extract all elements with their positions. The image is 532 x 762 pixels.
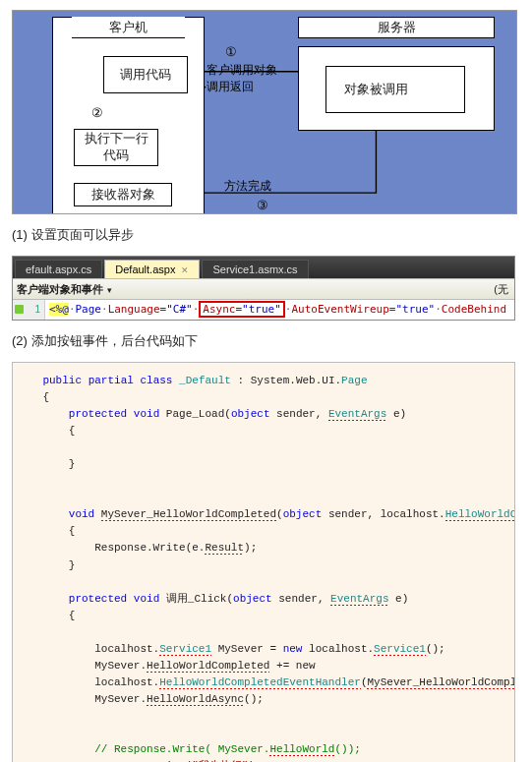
cmt: HelloWorld	[269, 743, 334, 756]
call-code-box: 调用代码	[103, 56, 188, 93]
t: HelloWorldAsync	[147, 693, 244, 706]
kw: object	[283, 508, 323, 520]
member-dropdown-label: (无	[494, 283, 508, 295]
kw: protected	[69, 593, 127, 605]
t: e)	[386, 408, 406, 420]
t: MySever_HelloWorldCompleted	[367, 676, 515, 689]
scope-dropdown-label: 客户端对象和事件	[17, 283, 103, 295]
marker-1: ①	[225, 44, 237, 59]
client-title-text: 客户机	[109, 19, 148, 36]
server-title-box: 服务器	[298, 17, 495, 38]
attr-language: Language=	[108, 303, 167, 316]
marker-2: ②	[91, 105, 103, 120]
object-called-text: 对象被调用	[344, 81, 408, 98]
label-client-call: 客户调用对象	[207, 62, 277, 79]
typ: _Default	[179, 375, 231, 386]
receiver-box: 接收器对象	[74, 183, 172, 206]
caption-2: (2) 添加按钮事件，后台代码如下	[12, 332, 520, 350]
client-title: 客户机	[72, 17, 185, 38]
receiver-text: 接收器对象	[91, 186, 155, 204]
typ: Service1	[159, 643, 211, 656]
ide-code-row: 1 <%@·Page·Language="C#"·Async="true"·Au…	[13, 300, 514, 320]
t: ;	[251, 542, 258, 554]
next-line-text: 执行下一行 代码	[85, 131, 148, 164]
async-highlight-box: Async="true"	[199, 301, 285, 318]
server-title-text: 服务器	[378, 19, 416, 36]
attr-async: Async=	[203, 303, 242, 316]
t: e)	[389, 593, 409, 605]
attr-autoevent: AutoEventWireup=	[291, 303, 395, 316]
architecture-diagram: 客户机 服务器 调用代码 执行下一行 代码 接收器对象 对象被调用 客户调用对象…	[12, 10, 517, 214]
kw-page: Page	[76, 303, 102, 316]
t: += new	[269, 660, 315, 672]
typ: Page	[341, 375, 367, 386]
val-language: "C#"	[166, 303, 193, 316]
tab-default-cs[interactable]: efault.aspx.cs	[15, 260, 102, 278]
t: Result	[205, 542, 244, 555]
kw: partial	[89, 375, 134, 386]
ide-dropdown-bar: 客户端对象和事件▾ (无	[13, 278, 514, 300]
t: ();	[426, 643, 445, 655]
kw: new	[283, 643, 303, 655]
next-line-box: 执行下一行 代码	[74, 129, 158, 166]
typ: HelloWorldCompletedEventArgs	[445, 508, 515, 521]
kw: void	[134, 593, 159, 605]
label-method-done: 方法完成	[224, 178, 271, 195]
kw: class	[140, 375, 172, 386]
tab-service1[interactable]: Service1.asmx.cs	[202, 260, 308, 278]
kw: object	[231, 408, 270, 420]
aspx-directive-line: <%@·Page·Language="C#"·Async="true"·Auto…	[45, 300, 514, 320]
kw: void	[69, 508, 94, 520]
label-call-return: 调用返回	[207, 79, 254, 95]
tab-default-aspx-label: Default.aspx	[115, 264, 175, 275]
marker-3: ③	[257, 198, 268, 212]
d2: ·	[101, 303, 108, 316]
cmt: ());	[334, 743, 360, 755]
val-autoevent: "true"	[395, 303, 435, 316]
typ: HelloWorldCompletedEventHandler	[159, 676, 361, 689]
member-dropdown[interactable]: (无	[494, 282, 508, 297]
val-async: "true"	[242, 303, 281, 316]
close-icon[interactable]: ✕	[181, 265, 189, 275]
t: ();	[244, 693, 264, 705]
attr-codebehind: CodeBehind	[442, 303, 506, 316]
object-called-box: 对象被调用	[325, 66, 465, 113]
tab-default-aspx[interactable]: Default.aspx✕	[104, 260, 200, 278]
ide-panel: efault.aspx.cs Default.aspx✕ Service1.as…	[12, 256, 515, 321]
t: MySever_HelloWorldCompleted	[101, 508, 276, 521]
kw: protected	[69, 408, 127, 420]
typ: EventArgs	[330, 593, 388, 606]
kw: void	[134, 408, 159, 420]
scope-dropdown[interactable]: 客户端对象和事件▾	[17, 282, 112, 297]
line-number: 1	[13, 300, 45, 320]
kw: public	[42, 375, 82, 386]
ide-tab-bar: efault.aspx.cs Default.aspx✕ Service1.as…	[13, 257, 514, 278]
typ: EventArgs	[328, 408, 386, 421]
call-code-text: 调用代码	[120, 66, 171, 84]
chevron-down-icon: ▾	[107, 285, 112, 295]
d5: ·	[435, 303, 442, 316]
cmt: // Response.Write( MySever.	[94, 743, 269, 755]
caption-1: (1) 设置页面可以异步	[12, 226, 520, 244]
kw: object	[233, 593, 272, 605]
t: HelloWorldCompleted	[147, 660, 269, 673]
code-block: public partial class _Default : System.W…	[12, 362, 515, 762]
tag-open: <%@	[49, 303, 69, 316]
d1: ·	[69, 303, 76, 316]
tab-default-cs-label: efault.aspx.cs	[26, 264, 91, 275]
typ: Service1	[374, 643, 426, 656]
tab-service1-label: Service1.asmx.cs	[212, 264, 297, 275]
